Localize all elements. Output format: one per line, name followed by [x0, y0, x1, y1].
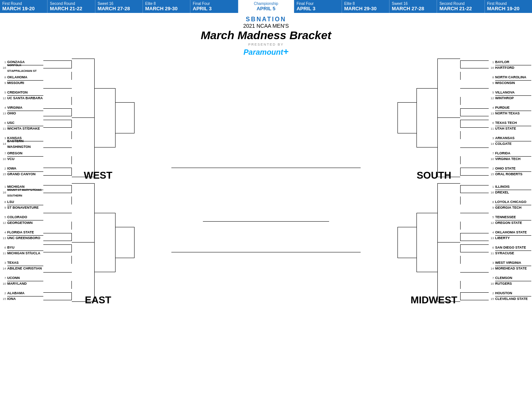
west-r2-conn-1	[43, 83, 72, 85]
south-match-5: 6TEXAS TECH 11UTAH STATE	[489, 120, 531, 132]
team-wichita[interactable]: 11WICHITA ST/DRAKE	[1, 126, 43, 132]
header-col-ff-left: Final Four APRIL 3	[190, 0, 238, 13]
team-norfolk[interactable]: 16NORFOLK ST/APPALACHIAN ST	[1, 65, 43, 71]
team-colgate[interactable]: 14COLGATE	[489, 141, 531, 147]
team-usc[interactable]: 6USC	[1, 120, 43, 126]
team-utah-state[interactable]: 11UTAH STATE	[489, 126, 531, 132]
team-houston[interactable]: 2HOUSTON	[489, 290, 531, 296]
team-virginia[interactable]: 4VIRGINIA	[1, 105, 43, 111]
east-bracket: 1MICHIGAN 16MOUNT ST MARY'S/TEXAS SOUTHE…	[1, 183, 135, 302]
east-match-2: 8LSU 9ST BONAVENTURE	[1, 199, 43, 211]
west-ff-conn	[116, 59, 135, 177]
team-eastern-wash[interactable]: 14EASTERN WASHINGTON	[1, 141, 43, 147]
south-match-3: 5VILLANOVA 12WINTHROP	[489, 90, 531, 101]
west-match-3: 5CREIGHTON 12UC SANTA BARBARA	[1, 90, 43, 101]
team-texas[interactable]: 3TEXAS	[1, 260, 43, 266]
midwest-match-7: 7CLEMSON 10RUTGERS	[489, 275, 531, 287]
team-iona[interactable]: 15IONA	[1, 296, 43, 302]
team-clemson[interactable]: 7CLEMSON	[489, 275, 531, 281]
team-purdue[interactable]: 4PURDUE	[489, 105, 531, 111]
team-maryland[interactable]: 10MARYLAND	[1, 281, 43, 287]
team-byu[interactable]: 6BYU	[1, 245, 43, 250]
team-baylor[interactable]: 1BAYLOR	[489, 59, 531, 65]
team-oklahoma[interactable]: 8OKLAHOMA	[1, 75, 43, 80]
team-rutgers[interactable]: 10RUTGERS	[489, 281, 531, 287]
team-loyola[interactable]: 8LOYOLA CHICAGO	[489, 199, 531, 205]
east-r2-spacer-4	[43, 281, 72, 289]
team-mount-st-mary[interactable]: 16MOUNT ST MARY'S/TEXAS SOUTHERN	[1, 190, 43, 195]
midwest-r1[interactable]: 1ILLINOIS 16DREXEL 8LOYOLA CHICAGO 9GEOR…	[489, 183, 531, 302]
team-liberty[interactable]: 13LIBERTY	[489, 235, 531, 241]
team-missouri[interactable]: 9MISSOURI	[1, 80, 43, 86]
east-e8-conn	[95, 183, 116, 302]
team-ucsb[interactable]: 12UC SANTA BARBARA	[1, 95, 43, 101]
west-r1[interactable]: 1GONZAGA 16NORFOLK ST/APPALACHIAN ST 8OK…	[1, 59, 43, 177]
east-r1[interactable]: 1MICHIGAN 16MOUNT ST MARY'S/TEXAS SOUTHE…	[1, 183, 43, 302]
team-iowa[interactable]: 2IOWA	[1, 166, 43, 171]
south-r1[interactable]: 1BAYLOR 16HARTFORD 8NORTH CAROLINA 9WISC…	[489, 59, 531, 177]
west-r2-spacer-4	[43, 156, 72, 164]
team-florida-state[interactable]: 4FLORIDA STATE	[1, 230, 43, 235]
team-uconn[interactable]: 7UCONN	[1, 275, 43, 281]
team-illinois[interactable]: 1ILLINOIS	[489, 184, 531, 190]
team-creighton[interactable]: 5CREIGHTON	[1, 90, 43, 95]
round-label-6: Final Four	[296, 2, 339, 6]
east-s16-conn	[72, 183, 95, 302]
team-georgetown[interactable]: 12GEORGETOWN	[1, 220, 43, 226]
team-lsu[interactable]: 8LSU	[1, 199, 43, 205]
round-label-7: Elite 8	[344, 2, 387, 6]
team-oregon-state[interactable]: 12OREGON STATE	[489, 220, 531, 226]
team-cleveland-state[interactable]: 15CLEVELAND STATE	[489, 296, 531, 302]
west-match-2: 8OKLAHOMA 9MISSOURI	[1, 75, 43, 86]
team-north-carolina[interactable]: 8NORTH CAROLINA	[489, 75, 531, 80]
east-r2-spacer-2	[43, 222, 72, 230]
team-colorado[interactable]: 5COLORADO	[1, 214, 43, 220]
team-villanova[interactable]: 5VILLANOVA	[489, 90, 531, 95]
ff-right-line	[171, 252, 361, 252]
team-unc-greensboro[interactable]: 13UNC GREENSBORO	[1, 235, 43, 241]
team-winthrop[interactable]: 12WINTHROP	[489, 95, 531, 101]
team-oklahoma-state[interactable]: 4OKLAHOMA STATE	[489, 230, 531, 235]
team-san-diego-state[interactable]: 6SAN DIEGO STATE	[489, 245, 531, 250]
west-s16-conn	[72, 59, 95, 177]
midwest-bracket: 1ILLINOIS 16DREXEL 8LOYOLA CHICAGO 9GEOR…	[397, 183, 531, 302]
round-date-6: APRIL 3	[296, 6, 339, 11]
team-oregon[interactable]: 7OREGON	[1, 151, 43, 156]
team-oral-roberts[interactable]: 15ORAL ROBERTS	[489, 171, 531, 177]
header-col-first-round-right: First Round MARCH 19-20	[485, 0, 532, 13]
team-syracuse[interactable]: 11SYRACUSE	[489, 250, 531, 256]
south-match-1: 1BAYLOR 16HARTFORD	[489, 59, 531, 71]
team-st-bonaventure[interactable]: 9ST BONAVENTURE	[1, 205, 43, 211]
header-col-elite8-left: Elite 8 MARCH 29-30	[143, 0, 190, 13]
team-vcu[interactable]: 10VCU	[1, 156, 43, 162]
team-florida[interactable]: 7FLORIDA	[489, 151, 531, 156]
team-morehead-state[interactable]: 14MOREHEAD STATE	[489, 266, 531, 271]
south-match-2: 8NORTH CAROLINA 9WISCONSIN	[489, 75, 531, 86]
east-r2	[43, 183, 72, 302]
team-tennessee[interactable]: 5TENNESSEE	[489, 214, 531, 220]
west-r2-match-2-line	[43, 147, 72, 148]
team-alabama[interactable]: 2ALABAMA	[1, 290, 43, 296]
team-west-virginia[interactable]: 3WEST VIRGINIA	[489, 260, 531, 266]
west-r2-conn-4	[43, 151, 72, 153]
team-michigan-st-ucla[interactable]: 11MICHIGAN ST/UCLA	[1, 250, 43, 256]
team-virginia-tech[interactable]: 10VIRGINIA TECH	[489, 156, 531, 162]
team-texas-tech[interactable]: 6TEXAS TECH	[489, 120, 531, 126]
team-north-texas[interactable]: 13NORTH TEXAS	[489, 111, 531, 116]
header-col-first-round-left: First Round MARCH 19-20	[0, 0, 48, 13]
team-drexel[interactable]: 16DREXEL	[489, 190, 531, 195]
team-wisconsin[interactable]: 9WISCONSIN	[489, 80, 531, 86]
round-label-1: First Round	[2, 2, 45, 6]
south-match-7: 7FLORIDA 10VIRGINIA TECH	[489, 151, 531, 162]
team-ohio[interactable]: 13OHIO	[1, 111, 43, 116]
team-georgia-tech[interactable]: 9GEORGIA TECH	[489, 205, 531, 211]
team-arkansas[interactable]: 3ARKANSAS	[489, 135, 531, 141]
midwest-r2	[460, 183, 489, 302]
team-grand-canyon[interactable]: 15GRAND CANYON	[1, 171, 43, 177]
south-ff-conn	[397, 59, 416, 177]
east-r2-spacer-1	[43, 197, 72, 204]
title-presented: PRESENTED BY	[0, 43, 532, 46]
team-abilene[interactable]: 14ABILENE CHRISTIAN	[1, 266, 43, 271]
team-hartford[interactable]: 16HARTFORD	[489, 65, 531, 71]
team-ohio-state[interactable]: 2OHIO STATE	[489, 166, 531, 171]
